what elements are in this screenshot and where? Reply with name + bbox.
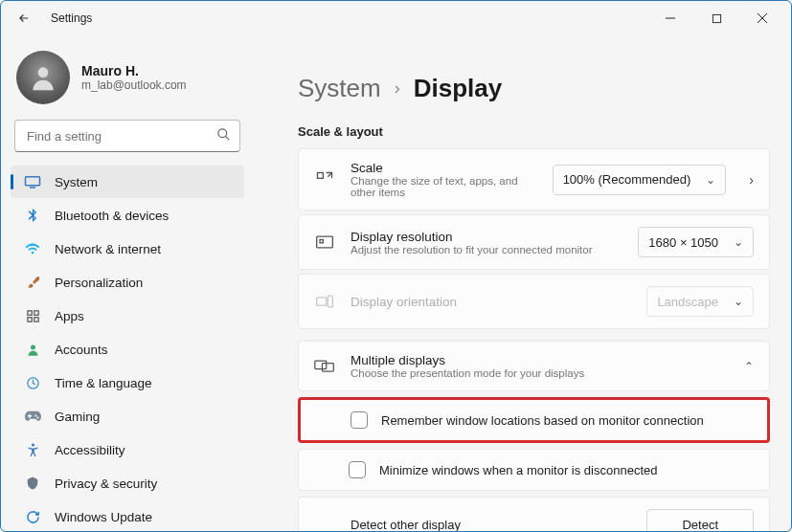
bluetooth-icon (24, 207, 41, 224)
sidebar-item-network[interactable]: Network & internet (11, 233, 244, 265)
nav-list: System Bluetooth & devices Network & int… (11, 166, 244, 532)
svg-point-4 (38, 67, 49, 78)
sidebar-item-windows-update[interactable]: Windows Update (11, 500, 244, 532)
gaming-icon (24, 408, 41, 425)
sidebar-item-apps[interactable]: Apps (11, 299, 244, 332)
svg-rect-18 (320, 240, 323, 243)
svg-point-13 (31, 344, 35, 349)
card-orientation: Display orientation Landscape ⌄ (298, 274, 770, 329)
clock-globe-icon (24, 374, 41, 391)
user-name: Mauro H. (81, 63, 187, 78)
chevron-down-icon: ⌄ (734, 295, 743, 308)
scale-dropdown[interactable]: 100% (Recommended) ⌄ (553, 165, 727, 195)
svg-rect-17 (317, 236, 333, 248)
sidebar-item-label: Personalization (55, 276, 143, 290)
sidebar-item-accounts[interactable]: Accounts (11, 333, 244, 366)
svg-point-15 (31, 443, 34, 446)
dropdown-value: 1680 × 1050 (648, 235, 718, 250)
checkbox-label: Minimize windows when a monitor is disco… (379, 463, 657, 477)
apps-icon (24, 307, 41, 324)
svg-rect-22 (322, 363, 333, 370)
svg-rect-1 (713, 14, 720, 22)
card-title: Multiple displays (351, 353, 729, 367)
svg-rect-10 (34, 310, 37, 314)
sidebar-item-accessibility[interactable]: Accessibility (11, 433, 244, 466)
chevron-right-icon[interactable]: › (749, 172, 754, 188)
section-title: Scale & layout (298, 124, 770, 139)
sidebar-item-label: Bluetooth & devices (55, 209, 169, 223)
checkbox-remember[interactable] (351, 411, 368, 429)
card-title: Display orientation (351, 295, 631, 309)
wifi-icon (24, 240, 41, 257)
dropdown-value: 100% (Recommended) (563, 172, 691, 187)
sidebar-item-personalization[interactable]: Personalization (11, 266, 244, 299)
avatar (16, 51, 70, 104)
back-button[interactable] (9, 3, 39, 33)
card-title: Scale (351, 161, 537, 175)
sidebar-item-gaming[interactable]: Gaming (11, 400, 244, 432)
sidebar-item-label: Time & language (55, 376, 152, 390)
chevron-right-icon: › (395, 78, 400, 99)
svg-rect-20 (328, 296, 332, 307)
detect-button[interactable]: Detect (646, 509, 754, 532)
card-title: Detect other display (351, 518, 633, 532)
brush-icon (24, 274, 41, 291)
card-desc: Choose the presentation mode for your di… (351, 367, 729, 379)
sidebar: Mauro H. m_lab@outlook.com System Blueto… (1, 35, 252, 531)
svg-line-6 (225, 136, 229, 140)
svg-rect-16 (318, 172, 324, 178)
main-pane: System › Display Scale & layout Scale Ch… (252, 35, 791, 531)
card-scale[interactable]: Scale Change the size of text, apps, and… (298, 148, 770, 211)
sidebar-item-label: Accessibility (55, 443, 125, 457)
user-card[interactable]: Mauro H. m_lab@outlook.com (11, 43, 244, 118)
card-minimize-on-disconnect[interactable]: Minimize windows when a monitor is disco… (298, 449, 770, 491)
window-title: Settings (51, 11, 92, 25)
svg-rect-7 (26, 177, 40, 186)
maximize-button[interactable] (695, 4, 737, 33)
orientation-dropdown: Landscape ⌄ (646, 286, 754, 317)
chevron-up-icon[interactable]: ⌃ (744, 360, 754, 373)
card-remember-window-locations[interactable]: Remember window locations based on monit… (298, 397, 770, 443)
breadcrumb-current: Display (414, 74, 503, 103)
svg-rect-12 (34, 317, 37, 321)
breadcrumb: System › Display (298, 74, 770, 103)
sidebar-item-label: Apps (55, 309, 84, 323)
shield-icon (24, 475, 41, 492)
sidebar-item-label: Windows Update (55, 510, 152, 524)
minimize-button[interactable] (649, 4, 691, 33)
scale-icon (314, 169, 335, 190)
sidebar-item-label: Gaming (55, 410, 100, 424)
svg-rect-9 (27, 310, 31, 314)
sidebar-item-time-language[interactable]: Time & language (11, 366, 244, 399)
card-resolution[interactable]: Display resolution Adjust the resolution… (298, 214, 770, 270)
close-button[interactable] (741, 4, 783, 33)
card-detect-display: Detect other display Detect (298, 497, 770, 532)
person-icon (24, 341, 41, 358)
sidebar-item-label: System (55, 175, 98, 189)
update-icon (24, 508, 41, 525)
system-icon (24, 173, 41, 190)
sidebar-item-bluetooth[interactable]: Bluetooth & devices (11, 199, 244, 232)
chevron-down-icon: ⌄ (734, 235, 743, 249)
svg-rect-11 (27, 317, 31, 321)
sidebar-item-privacy[interactable]: Privacy & security (11, 467, 244, 499)
svg-rect-21 (315, 361, 327, 368)
user-email: m_lab@outlook.com (81, 78, 187, 92)
search-icon (216, 127, 231, 145)
resolution-icon (314, 232, 335, 253)
resolution-dropdown[interactable]: 1680 × 1050 ⌄ (638, 227, 754, 257)
sidebar-item-label: Network & internet (55, 242, 161, 256)
search-box[interactable] (14, 120, 240, 152)
checkbox-label: Remember window locations based on monit… (381, 413, 704, 428)
checkbox-minimize[interactable] (349, 461, 366, 478)
orientation-icon (314, 291, 335, 312)
breadcrumb-parent[interactable]: System (298, 74, 381, 103)
sidebar-item-label: Privacy & security (55, 477, 157, 491)
card-desc: Change the size of text, apps, and other… (351, 175, 537, 198)
search-input[interactable] (14, 120, 240, 152)
chevron-down-icon: ⌄ (706, 173, 715, 187)
card-desc: Adjust the resolution to fit your connec… (351, 244, 622, 255)
svg-rect-19 (317, 298, 327, 305)
sidebar-item-system[interactable]: System (11, 166, 244, 198)
card-multiple-displays[interactable]: Multiple displays Choose the presentatio… (298, 341, 770, 391)
